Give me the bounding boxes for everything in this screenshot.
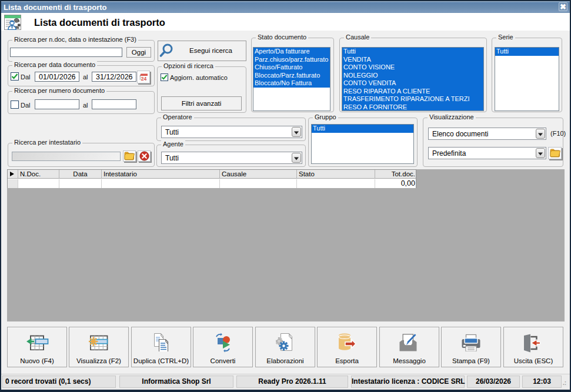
svg-text:24: 24 (141, 76, 147, 82)
